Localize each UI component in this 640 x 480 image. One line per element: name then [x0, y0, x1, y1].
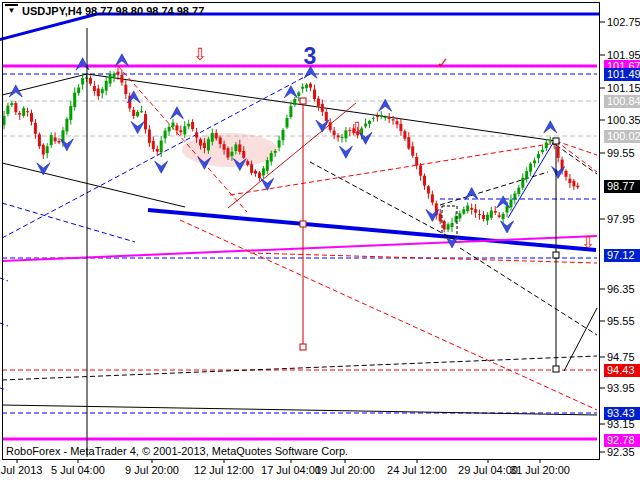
price-axis-label: 95.55 [607, 315, 635, 328]
candle-body-up [368, 121, 371, 124]
candle-body-down [215, 133, 218, 139]
candle-body-down [156, 149, 159, 152]
candle-body-up [160, 141, 163, 153]
candle-body-up [172, 123, 175, 127]
candle-body-down [117, 72, 120, 75]
candle-body-up [183, 126, 186, 134]
time-axis-label: 5 Jul 04:00 [51, 464, 105, 476]
candle-body-up [10, 103, 13, 105]
red-dashed-fan-1 [556, 141, 597, 155]
candle-body-down [18, 113, 21, 115]
time-axis-label: 2 Jul 2013 [0, 464, 42, 476]
candle-body-down [439, 213, 442, 221]
blue-dash-stub-3 [0, 388, 7, 390]
candle-body-up [105, 81, 108, 91]
candle-body-up [266, 160, 269, 171]
candle-body-up [73, 93, 76, 108]
candle-body-up [510, 200, 513, 208]
candle-body-down [396, 121, 399, 124]
candle-body-down [89, 78, 92, 84]
candle-body-down [203, 143, 206, 148]
candle-body-up [525, 171, 528, 178]
price-axis-label: 94.75 [607, 351, 635, 364]
candle-body-up [486, 215, 489, 221]
candle-body-down [572, 181, 575, 187]
candle-body-up [168, 127, 171, 131]
candle-body-down [329, 122, 332, 130]
candle-body-down [419, 166, 422, 176]
fractal-up-icon [9, 85, 22, 97]
candle-body-down [227, 148, 230, 157]
candle-body-down [42, 145, 45, 155]
candle-body-down [58, 141, 61, 143]
candle-body-down [423, 176, 426, 186]
fractal-down-icon [155, 161, 168, 173]
fractal-down-icon [37, 163, 50, 175]
candle-body-up [533, 161, 536, 164]
red-dashed-long-diagonal [180, 220, 597, 410]
price-level-badge: 93.43 [604, 407, 640, 420]
candle-body-up [529, 164, 532, 172]
fractal-down-icon [501, 221, 514, 233]
anchor-square [553, 138, 559, 144]
candle-body-up [6, 106, 9, 114]
candle-body-down [93, 86, 96, 91]
candle-body-down [199, 139, 202, 145]
red-down-arrow-3: ⇩ [581, 233, 595, 252]
candle-body-up [537, 154, 540, 158]
candle-body-up [274, 151, 277, 153]
candle-body-down [179, 130, 182, 132]
price-level-badge: 94.43 [604, 364, 640, 377]
candle-body-up [65, 119, 68, 132]
candle-body-down [392, 119, 395, 120]
candle-body-down [34, 123, 37, 134]
plot-border [3, 3, 600, 460]
candle-body-up [301, 87, 304, 89]
candle-body-down [333, 131, 336, 135]
candle-body-down [132, 110, 135, 116]
price-level-badge: 98.77 [604, 180, 640, 193]
time-axis-label: 9 Jul 20:00 [125, 464, 179, 476]
candle-body-down [478, 214, 481, 215]
symbol-dropdown-icon[interactable]: ▼ [5, 4, 18, 15]
time-axis-label: 29 Jul 04:00 [458, 464, 518, 476]
candle-body-down [337, 135, 340, 137]
candle-body-up [341, 137, 344, 138]
candle-body-down [242, 151, 245, 158]
candle-body-up [289, 106, 292, 117]
time-axis-label: 17 Jul 04:00 [261, 464, 321, 476]
price-axis-label: 99.55 [607, 147, 635, 160]
candle-body-down [250, 164, 253, 173]
price-axis-label: 101.15 [607, 82, 640, 95]
blue-dash-stub-1 [0, 278, 8, 281]
candle-body-up [490, 211, 493, 218]
candle-body-up [451, 223, 454, 227]
fractal-down-icon [552, 166, 565, 178]
candle-body-up [513, 194, 516, 200]
candle-body-up [305, 85, 308, 89]
copyright-text: RoboForex - MetaTrader 4, © 2001-2013, M… [6, 445, 348, 457]
black-dashed-lower [2, 356, 597, 380]
price-level-badge: 100.02 [604, 130, 640, 143]
candle-body-up [270, 153, 273, 161]
candle-body-down [325, 112, 328, 121]
blue-dashed-falling [2, 203, 135, 242]
candle-body-up [517, 188, 520, 194]
blue-dash-stub-2 [0, 323, 8, 326]
fractal-up-icon [544, 121, 557, 133]
candle-body-up [545, 143, 548, 149]
candle-body-down [120, 75, 123, 83]
candle-body-down [258, 173, 261, 179]
candle-body-down [313, 90, 316, 99]
black-lower-channel [2, 163, 185, 207]
candle-body-up [380, 115, 383, 116]
candle-body-down [26, 111, 29, 112]
candle-body-down [403, 131, 406, 139]
candle-body-down [223, 144, 226, 150]
price-chart-canvas[interactable]: 3⇩⇩⇩✓ [0, 0, 640, 480]
candle-body-down [474, 209, 477, 212]
magenta-trendline [2, 236, 597, 261]
candle-body-down [30, 113, 33, 122]
red-down-arrow-2: ⇩ [350, 119, 364, 138]
price-level-badge: 97.12 [604, 249, 640, 262]
